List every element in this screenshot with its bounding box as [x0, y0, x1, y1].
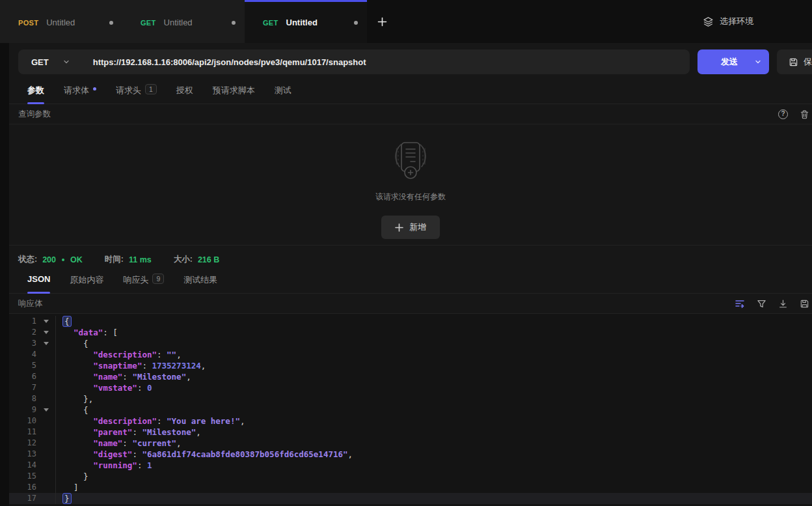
line-number: 9 [9, 404, 36, 415]
gutter: 13 [9, 449, 56, 460]
tab-strip: POST Untitled GET Untitled GET Untitled [0, 0, 367, 43]
code-line-content: } [56, 471, 88, 482]
tab-tests[interactable]: 测试 [275, 85, 291, 104]
status-text: OK [70, 255, 83, 264]
new-tab-button[interactable] [367, 0, 397, 43]
url-bar: GET https://192.168.1.16:8006/api2/json/… [18, 49, 690, 74]
wrap-lines-icon[interactable] [735, 298, 745, 309]
fold-spacer [36, 415, 55, 427]
code-line: 2 "data": [ [9, 327, 812, 338]
funnel-icon[interactable] [757, 299, 766, 309]
tab-pre-script[interactable]: 预请求脚本 [213, 85, 255, 104]
tab-params[interactable]: 参数 [27, 85, 44, 104]
line-number: 1 [9, 316, 36, 327]
code-line-content: "name": "Milestone", [56, 371, 191, 382]
size-value: 216 B [198, 255, 219, 264]
code-line-content: }, [56, 393, 93, 404]
tab-title: Untitled [164, 18, 232, 27]
tab-auth[interactable]: 授权 [176, 85, 193, 104]
fold-spacer [36, 360, 55, 371]
gutter: 15 [9, 471, 56, 482]
chevron-down-icon [63, 59, 70, 65]
headers-count-badge: 1 [145, 84, 157, 94]
method-dropdown[interactable]: GET [18, 57, 83, 67]
response-body-title: 响应体 [18, 298, 43, 309]
fold-arrow-icon[interactable] [36, 338, 55, 349]
method-label: POST [18, 19, 38, 27]
code-line: 5 "snaptime": 1735273124, [9, 360, 812, 371]
code-line-content: "description": "You are here!", [56, 415, 245, 427]
tab-raw[interactable]: 原始内容 [70, 274, 103, 293]
code-line: 11 "parent": "Milestone", [9, 427, 812, 438]
request-tab-3-active[interactable]: GET Untitled [245, 0, 367, 43]
gutter: 3 [9, 338, 56, 349]
trash-icon[interactable] [800, 109, 809, 119]
gutter: 5 [9, 360, 56, 371]
line-number: 15 [9, 471, 36, 482]
tab-params-label: 参数 [27, 85, 44, 96]
tab-json[interactable]: JSON [27, 274, 50, 293]
unsaved-dot-icon [354, 21, 358, 25]
code-line: 7 "vmstate": 0 [9, 382, 812, 393]
gutter: 8 [9, 393, 56, 404]
tab-tests-label: 测试 [275, 85, 291, 96]
tab-headers-label: 请求头 [116, 85, 141, 96]
line-number: 4 [9, 349, 36, 360]
fold-spacer [36, 427, 55, 438]
tab-headers[interactable]: 请求头 1 [116, 85, 157, 104]
empty-state-text: 该请求没有任何参数 [375, 191, 446, 203]
code-line: 12 "name": "current", [9, 438, 812, 449]
code-line-content: { [56, 404, 88, 415]
download-icon[interactable] [778, 299, 788, 309]
tab-response-headers-label: 响应头 [123, 274, 148, 286]
line-number: 8 [9, 393, 36, 404]
fold-arrow-icon[interactable] [36, 404, 55, 415]
status-code: 200 [42, 255, 56, 264]
add-param-button-label: 新增 [409, 221, 426, 233]
code-line-content: } [56, 493, 72, 504]
code-line: 10 "description": "You are here!", [9, 415, 812, 427]
fold-spacer [36, 482, 55, 493]
unsaved-dot-icon [109, 21, 113, 25]
response-body-header: 响应体 [9, 294, 812, 314]
main-panel: GET https://192.168.1.16:8006/api2/json/… [9, 43, 812, 506]
add-param-button[interactable]: 新增 [381, 216, 440, 239]
tab-title: Untitled [286, 18, 354, 27]
environment-selector-label: 选择环境 [720, 16, 753, 27]
method-label: GET [141, 19, 156, 27]
topbar-spacer [397, 0, 703, 43]
fold-spacer [36, 471, 55, 482]
gutter: 12 [9, 438, 56, 449]
url-input[interactable]: https://192.168.1.16:8006/api2/json/node… [83, 57, 366, 67]
gutter: 10 [9, 415, 56, 427]
query-params-actions: ? [778, 109, 805, 119]
tab-json-label: JSON [27, 274, 50, 284]
environment-selector[interactable]: 选择环境 [703, 16, 753, 27]
floppy-icon[interactable] [800, 299, 809, 309]
request-config-tabs: 参数 请求体 请求头 1 授权 预请求脚本 测试 [9, 74, 812, 104]
code-line-content: "data": [ [56, 327, 118, 338]
request-tab-1[interactable]: POST Untitled [0, 0, 122, 43]
line-number: 11 [9, 427, 36, 438]
line-number: 10 [9, 415, 36, 427]
fold-arrow-icon[interactable] [36, 316, 55, 327]
code-line: 14 "running": 1 [9, 460, 812, 471]
code-editor[interactable]: 1{2 "data": [3 {4 "description": "",5 "s… [9, 314, 812, 506]
save-button[interactable]: 保存 [777, 49, 812, 74]
code-line-content: "digest": "6a861d1f74caab8fde80387b056fd… [56, 449, 353, 460]
tab-response-headers[interactable]: 响应头 9 [123, 274, 164, 293]
tab-bar: POST Untitled GET Untitled GET Untitled … [0, 0, 812, 43]
code-line-content: "parent": "Milestone", [56, 427, 201, 438]
line-number: 13 [9, 449, 36, 460]
tab-body[interactable]: 请求体 [64, 85, 96, 104]
help-circle-icon[interactable]: ? [778, 109, 788, 119]
chevron-down-icon [755, 59, 761, 65]
request-tab-2[interactable]: GET Untitled [122, 0, 245, 43]
save-button-label: 保存 [804, 56, 812, 68]
tab-test-results[interactable]: 测试结果 [183, 274, 217, 293]
send-button[interactable]: 发送 [697, 49, 769, 74]
empty-params-illustration-icon [385, 141, 436, 181]
response-status-row: 状态: 200 OK 时间: 11 ms 大小: 216 B [9, 245, 812, 265]
fold-arrow-icon[interactable] [36, 327, 55, 338]
code-line-content: "vmstate": 0 [56, 382, 152, 393]
